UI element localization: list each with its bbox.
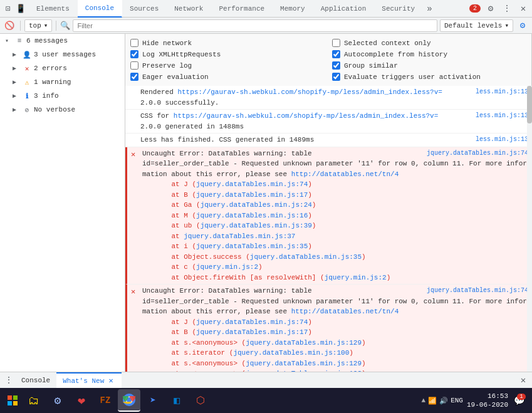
- context-dropdown-arrow: ▾: [44, 21, 48, 29]
- taskbar-up-arrow[interactable]: ▲: [422, 397, 426, 404]
- group-similar-checkbox[interactable]: [130, 73, 138, 81]
- taskbar-app-red[interactable]: ❤: [70, 389, 93, 412]
- taskbar-notification[interactable]: 💬 1: [512, 394, 526, 407]
- stack-link[interactable]: jquery.dataTables.min.js:35: [250, 253, 362, 261]
- close-whats-new-button[interactable]: ✕: [107, 377, 115, 385]
- tab-memory[interactable]: Memory: [273, 0, 313, 18]
- filter-input[interactable]: [73, 19, 437, 32]
- tab-elements[interactable]: Elements: [29, 0, 78, 18]
- preserve-log-checkbox[interactable]: [130, 50, 138, 58]
- log-xhr-checkbox[interactable]: [332, 39, 340, 47]
- hide-network-checkbox[interactable]: [130, 39, 138, 47]
- stack-link[interactable]: jquery.min.js:2: [196, 263, 258, 271]
- taskbar-volume-icon[interactable]: 🔊: [439, 397, 448, 405]
- stack-link[interactable]: jquery.dataTables.min.js:129: [246, 360, 362, 367]
- tab-console[interactable]: Console: [78, 0, 122, 18]
- close-bottom-panel-button[interactable]: ✕: [517, 374, 529, 387]
- taskbar-app-settings[interactable]: ⚙: [46, 389, 69, 412]
- stack-link[interactable]: jquery.dataTables.min.js:129: [246, 339, 362, 347]
- option-hide-network[interactable]: Hide network: [130, 39, 325, 47]
- taskbar-app-chrome[interactable]: [118, 389, 140, 412]
- inspect-icon[interactable]: ⊡: [3, 3, 14, 14]
- stack-link[interactable]: jquery.dataTables.min.js:37: [184, 233, 295, 240]
- selected-context-checkbox[interactable]: [130, 61, 138, 70]
- tab-sources[interactable]: Sources: [122, 0, 167, 18]
- stack-link[interactable]: jquery.dataTables.min.js:35: [196, 243, 308, 250]
- log-entry-rendered: Rendered https://gaurav-sh.webkul.com/sh…: [125, 86, 532, 110]
- option-autocomplete[interactable]: Group similar: [332, 61, 526, 70]
- log-source-less[interactable]: less.min.js:13: [476, 135, 528, 144]
- option-label: Log XMLHttpRequests: [142, 51, 221, 58]
- taskbar-clock[interactable]: 16:53 19-06-2020: [467, 392, 508, 410]
- start-button[interactable]: [3, 390, 23, 410]
- sidebar-item-user-messages[interactable]: ▶ 👤 3 user messages: [0, 48, 125, 61]
- error-count-badge[interactable]: 2: [469, 4, 481, 13]
- log-error-text-2: Uncaught Error: DataTables warning: tabl…: [142, 287, 527, 315]
- settings-gear-icon[interactable]: ⚙: [484, 3, 497, 15]
- taskbar-app-git[interactable]: ⬡: [189, 389, 212, 412]
- device-icon[interactable]: 📱: [15, 3, 26, 14]
- log-text: Rendered https://gaurav-sh.webkul.com/sh…: [140, 88, 442, 107]
- error-icon: ✕: [23, 64, 31, 73]
- option-eval-triggers[interactable]: Evaluate triggers user activation: [332, 73, 526, 81]
- stack-link[interactable]: jquery.min.js:2: [325, 274, 387, 281]
- sidebar-item-verbose[interactable]: ▶ ⊘ No verbose: [0, 103, 125, 117]
- sidebar-item-info[interactable]: ▶ ℹ 3 info: [0, 89, 125, 103]
- option-label: Preserve log: [142, 62, 192, 70]
- bottom-tab-console[interactable]: Console: [15, 372, 56, 389]
- autocomplete-checkbox[interactable]: [332, 61, 340, 70]
- eval-triggers-checkbox[interactable]: [332, 73, 340, 81]
- stack-link[interactable]: jquery.dataTables.min.js:74: [196, 318, 308, 326]
- svg-rect-2: [8, 401, 12, 405]
- log-source[interactable]: less.min.js:13: [476, 87, 528, 97]
- option-log-xhr[interactable]: Selected context only: [332, 39, 526, 47]
- log-link-css[interactable]: https://gaurav-sh.webkul.com/shopify-mp/…: [174, 112, 438, 120]
- taskbar-lang[interactable]: ENG: [451, 397, 463, 404]
- more-tabs-button[interactable]: »: [423, 4, 436, 14]
- stack-link[interactable]: jquery.dataTables.min.js:39: [201, 222, 312, 229]
- taskbar-network-icon[interactable]: 📶: [428, 397, 437, 405]
- option-selected-context[interactable]: Preserve log: [130, 61, 325, 70]
- log-link[interactable]: https://gaurav-sh.webkul.com/shopify-mp/…: [177, 88, 442, 96]
- stack-link[interactable]: jquery.dataTables.min.js:103: [246, 370, 362, 372]
- option-eager-eval[interactable]: Autocomplete from history: [332, 50, 526, 58]
- tab-application[interactable]: Application: [313, 0, 375, 18]
- bottom-tab-whats-new[interactable]: What's New ✕: [56, 372, 122, 389]
- taskbar-app-vscode[interactable]: ◧: [165, 389, 188, 412]
- sidebar-label-all: 6 messages: [26, 37, 120, 44]
- stack-link[interactable]: jquery.dataTables.min.js:24: [201, 201, 312, 209]
- datatables-link-2[interactable]: http://datatables.net/tn/4: [291, 308, 399, 315]
- taskbar-app-filezilla[interactable]: FZ: [94, 389, 117, 412]
- stack-link[interactable]: jquery.dataTables.min.js:16: [196, 212, 308, 219]
- stack-link[interactable]: jquery.dataTables.min.js:17: [196, 328, 308, 336]
- eager-eval-checkbox[interactable]: [332, 50, 340, 58]
- tab-security[interactable]: Security: [374, 0, 423, 18]
- close-devtools-button[interactable]: ✕: [517, 3, 529, 15]
- stack-link[interactable]: jquery.dataTables.min.js:74: [196, 180, 308, 188]
- log-level-selector[interactable]: Default levels ▾: [440, 19, 513, 32]
- more-options-icon[interactable]: ⋮: [501, 3, 513, 15]
- sidebar-item-warnings[interactable]: ▶ ⚠ 1 warning: [0, 75, 125, 89]
- scrollbar-track[interactable]: [527, 86, 532, 372]
- stack-link[interactable]: jquery.dataTables.min.js:100: [233, 349, 349, 357]
- sidebar-item-errors[interactable]: ▶ ✕ 2 errors: [0, 61, 125, 75]
- option-group-similar[interactable]: Eager evaluation: [130, 73, 325, 81]
- scrollbar-thumb[interactable]: [527, 86, 532, 123]
- context-selector[interactable]: top ▾: [24, 19, 52, 32]
- log-source-error-2[interactable]: jquery.dataTables.min.js:74: [427, 286, 528, 295]
- sidebar-label-user: 3 user messages: [34, 51, 120, 58]
- taskbar-app-arrow[interactable]: ➤: [142, 389, 164, 412]
- datatables-link-1[interactable]: http://datatables.net/tn/4: [291, 170, 399, 178]
- taskbar-right: ▲ 📶 🔊 ENG 16:53 19-06-2020 💬 1: [422, 392, 529, 410]
- console-settings-button[interactable]: ⚙: [516, 19, 529, 33]
- tab-performance[interactable]: Performance: [211, 0, 273, 18]
- sidebar-item-all-messages[interactable]: ▾ ≡ 6 messages: [0, 34, 125, 48]
- bottom-left-icon[interactable]: ⋮: [3, 374, 15, 387]
- clear-console-button[interactable]: 🚫: [3, 19, 16, 33]
- log-source-error-1[interactable]: jquery.dataTables.min.js:74: [427, 149, 528, 158]
- option-preserve-log[interactable]: Log XMLHttpRequests: [130, 50, 325, 58]
- taskbar-app-file-explorer[interactable]: 🗂: [23, 389, 45, 412]
- stack-link[interactable]: jquery.dataTables.min.js:17: [196, 191, 308, 199]
- tab-network[interactable]: Network: [167, 0, 211, 18]
- log-source-css[interactable]: less.min.js:13: [476, 111, 528, 120]
